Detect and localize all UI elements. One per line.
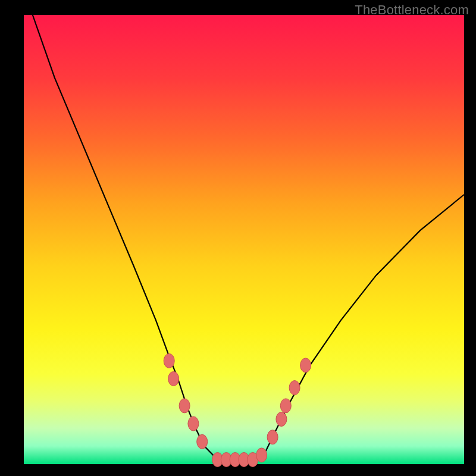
watermark-text: TheBottleneck.com <box>355 2 469 18</box>
data-marker <box>267 430 278 444</box>
plot-area <box>24 15 464 464</box>
data-marker <box>179 399 190 413</box>
bottleneck-curve <box>33 15 464 464</box>
data-marker <box>276 412 287 427</box>
marker-group <box>164 353 311 466</box>
data-marker <box>168 372 179 386</box>
data-marker <box>256 448 267 462</box>
data-marker <box>300 358 311 372</box>
data-marker <box>164 353 174 368</box>
chart-frame: TheBottleneck.com <box>0 0 476 476</box>
chart-svg <box>24 15 464 464</box>
data-marker <box>289 381 300 395</box>
data-marker <box>280 399 291 413</box>
data-marker <box>197 434 208 449</box>
data-marker <box>188 416 199 431</box>
